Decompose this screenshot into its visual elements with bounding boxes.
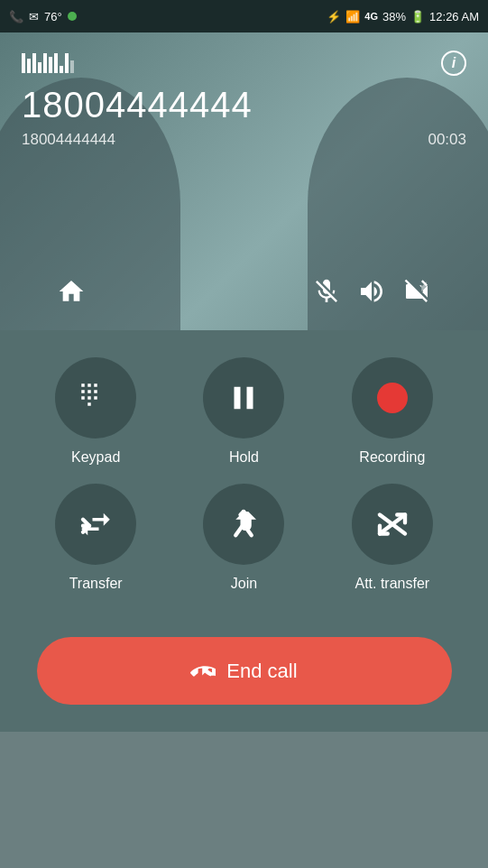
speaker-icon — [357, 277, 386, 306]
message-icon: ✉ — [29, 10, 39, 23]
recording-circle — [352, 357, 433, 439]
controls-row-1: Keypad Hold Recording — [22, 357, 466, 466]
end-call-icon — [190, 659, 216, 684]
clock: 12:26 AM — [429, 10, 479, 23]
call-header: i 18004444444 18004444444 00:03 — [0, 32, 488, 330]
action-row — [22, 253, 466, 330]
header-top: i — [22, 51, 466, 76]
temperature-display: 76° — [44, 10, 62, 23]
join-circle — [203, 484, 284, 565]
speaker-button[interactable] — [349, 269, 394, 314]
recording-button[interactable]: Recording — [338, 357, 447, 466]
call-timer: 00:03 — [428, 131, 466, 149]
status-left: 📞 ✉ 76° — [9, 10, 77, 23]
controls-section: Keypad Hold Recording — [0, 330, 488, 610]
home-icon — [57, 277, 86, 306]
bluetooth-icon: ⚡ — [327, 10, 341, 23]
keypad-button[interactable]: Keypad — [41, 357, 150, 466]
wifi-icon: 📶 — [345, 10, 360, 23]
info-icon[interactable]: i — [441, 51, 466, 76]
att-transfer-icon — [373, 505, 411, 543]
lte-icon: 4G — [364, 11, 378, 22]
home-button[interactable] — [49, 269, 94, 314]
transfer-circle — [55, 484, 136, 565]
join-button[interactable]: Join — [189, 484, 298, 592]
phone-icon: 📞 — [9, 10, 23, 23]
mute-icon — [312, 277, 341, 306]
end-call-container: End call — [0, 610, 488, 732]
barcode-icon — [22, 53, 74, 73]
video-off-icon — [402, 277, 431, 306]
transfer-label: Transfer — [69, 576, 123, 592]
battery-icon: 🔋 — [410, 10, 425, 23]
mute-button[interactable] — [304, 269, 349, 314]
hold-label: Hold — [229, 449, 259, 466]
hold-icon — [225, 379, 262, 417]
controls-row-2: Transfer Join — [22, 484, 466, 592]
keypad-label: Keypad — [71, 449, 120, 466]
call-subtitle: 18004444444 00:03 — [22, 131, 466, 149]
transfer-icon — [77, 505, 115, 543]
transfer-button[interactable]: Transfer — [41, 484, 150, 592]
end-call-button[interactable]: End call — [37, 637, 452, 705]
green-indicator — [68, 12, 77, 21]
record-dot — [377, 383, 408, 413]
att-transfer-button[interactable]: Att. transfer — [338, 484, 447, 592]
end-call-label: End call — [226, 660, 297, 683]
hold-circle — [203, 357, 284, 439]
battery-percent: 38% — [382, 10, 406, 23]
phone-number-sub: 18004444444 — [22, 131, 115, 149]
hold-button[interactable]: Hold — [189, 357, 298, 466]
phone-number-main: 18004444444 — [22, 85, 466, 125]
join-icon — [225, 505, 262, 543]
video-button[interactable] — [394, 269, 439, 314]
recording-label: Recording — [359, 449, 425, 466]
join-label: Join — [231, 576, 257, 592]
keypad-circle — [55, 357, 136, 439]
att-transfer-circle — [352, 484, 433, 565]
status-right: ⚡ 📶 4G 38% 🔋 12:26 AM — [327, 10, 479, 23]
status-bar: 📞 ✉ 76° ⚡ 📶 4G 38% 🔋 12:26 AM — [0, 0, 488, 32]
att-transfer-label: Att. transfer — [354, 576, 429, 592]
keypad-icon — [77, 379, 115, 417]
